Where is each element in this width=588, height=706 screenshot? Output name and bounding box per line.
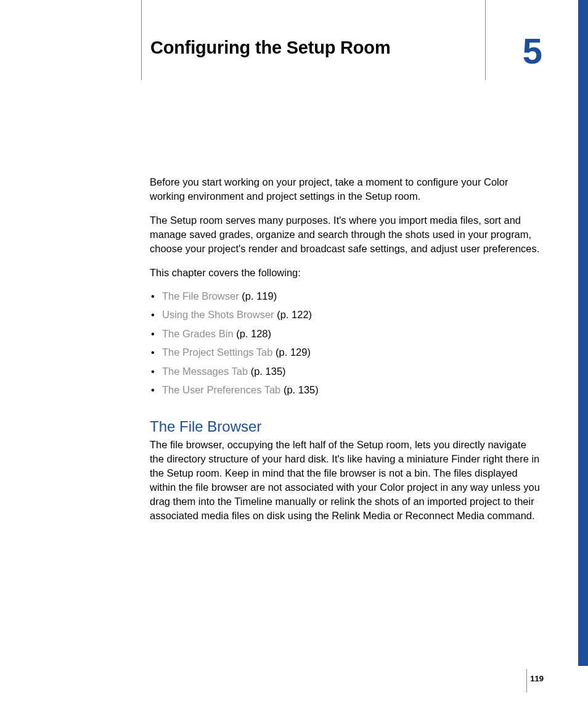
toc-list: The File Browser (p. 119) Using the Shot… xyxy=(150,287,541,400)
toc-page-ref: (p. 122) xyxy=(277,309,312,320)
toc-item: The File Browser (p. 119) xyxy=(150,287,541,306)
toc-item: The User Preferences Tab (p. 135) xyxy=(150,380,541,400)
intro-paragraph-1: Before you start working on your project… xyxy=(150,175,541,203)
toc-item: The Messages Tab (p. 135) xyxy=(150,362,541,381)
toc-link-grades-bin[interactable]: The Grades Bin xyxy=(162,328,234,339)
section-heading-file-browser: The File Browser xyxy=(150,418,541,435)
toc-page-ref: (p. 135) xyxy=(284,384,319,395)
toc-link-project-settings[interactable]: The Project Settings Tab xyxy=(162,347,272,358)
document-page: Configuring the Setup Room 5 Before you … xyxy=(0,0,588,706)
chapter-title: Configuring the Setup Room xyxy=(150,37,548,59)
page-number-rule xyxy=(526,669,527,692)
intro-paragraph-2: The Setup room serves many purposes. It'… xyxy=(150,213,541,256)
toc-link-user-preferences[interactable]: The User Preferences Tab xyxy=(162,384,280,395)
toc-page-ref: (p. 129) xyxy=(276,347,311,358)
toc-item: The Grades Bin (p. 128) xyxy=(150,324,541,343)
toc-page-ref: (p. 128) xyxy=(236,328,271,339)
toc-page-ref: (p. 119) xyxy=(242,290,277,302)
toc-link-file-browser[interactable]: The File Browser xyxy=(162,290,239,302)
toc-item: Using the Shots Browser (p. 122) xyxy=(150,305,541,324)
page-number: 119 xyxy=(530,674,544,683)
toc-link-messages[interactable]: The Messages Tab xyxy=(162,366,248,377)
body-content: Before you start working on your project… xyxy=(150,175,541,523)
toc-item: The Project Settings Tab (p. 129) xyxy=(150,343,541,362)
toc-link-shots-browser[interactable]: Using the Shots Browser xyxy=(162,309,274,320)
tab-indicator-bar xyxy=(578,0,588,666)
chapter-header: Configuring the Setup Room xyxy=(141,0,548,80)
toc-page-ref: (p. 135) xyxy=(251,366,286,377)
section-body: The file browser, occupying the left hal… xyxy=(150,438,541,523)
toc-intro: This chapter covers the following: xyxy=(150,266,541,280)
chapter-number: 5 xyxy=(523,33,542,69)
